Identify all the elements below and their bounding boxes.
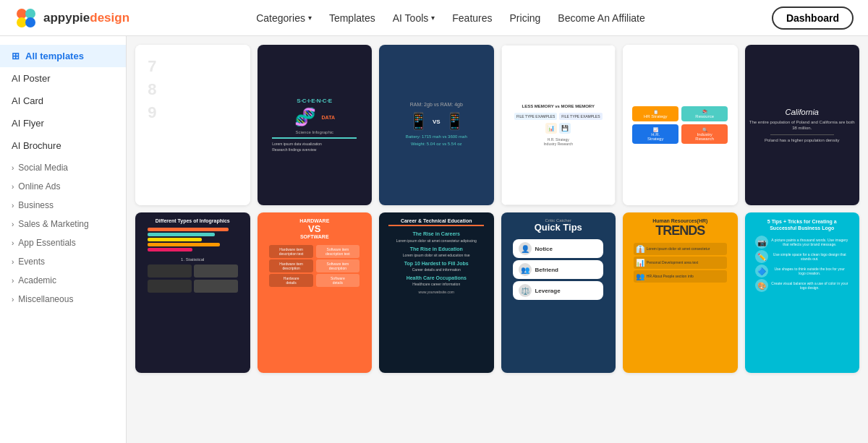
chevron-right-icon: › [12,258,14,266]
template-card-science[interactable]: S·C·I·E·N·C·E 🧬 DATA Science Infographic… [258,45,373,205]
chevron-right-icon: › [12,220,14,228]
leverage-label: Leverage [535,288,560,294]
card-preview: RAM: 2gb vs RAM: 4gb 📱 VS 📱 Battery: 171… [379,45,494,205]
logo[interactable]: appypiedesign [14,7,129,30]
main-layout: ⊞ All templates AI Poster AI Card AI Fly… [0,36,868,443]
chevron-right-icon: › [12,183,14,191]
template-card-strategy[interactable]: 📋HR Strategy 📚Resource 📈H.R.Strategy 🔍In… [623,45,738,205]
template-card-hardware-software[interactable]: HARDWARE VS SOFTWARE Hardware itemdescri… [258,212,373,373]
template-card-phone-comparison[interactable]: RAM: 2gb vs RAM: 4gb 📱 VS 📱 Battery: 171… [379,45,494,205]
sidebar-item-ai-poster[interactable]: AI Poster [0,67,126,90]
templates-content: 7 8 [127,36,868,443]
template-card-memory[interactable]: LESS MEMORY vs MORE MEMORY FILE TYPE EXA… [501,45,616,205]
template-card-hr-trends[interactable]: Human Resources(HR) TRENDS 👔 Lorem ipsum… [623,212,738,373]
template-card-numbered[interactable]: 7 8 [135,45,250,205]
logo-icon [14,7,38,30]
template-card-quick-tips[interactable]: Critic Catcher Quick Tips 👤 Notice 👥 Bef… [501,212,616,373]
templates-row-1: 7 8 [135,45,859,205]
card-preview: 📋HR Strategy 📚Resource 📈H.R.Strategy 🔍In… [623,45,738,205]
chevron-right-icon: › [12,164,14,172]
logo-text: appypiedesign [43,11,129,25]
sidebar-item-ai-flyer[interactable]: AI Flyer [0,112,126,134]
card-preview: HARDWARE VS SOFTWARE Hardware itemdescri… [258,212,373,373]
sidebar-item-all-templates[interactable]: ⊞ All templates [0,45,126,67]
svg-point-1 [25,9,35,19]
sidebar-item-ai-card[interactable]: AI Card [0,90,126,112]
nav-pricing[interactable]: Pricing [510,12,541,24]
card-preview: Critic Catcher Quick Tips 👤 Notice 👥 Bef… [501,212,616,373]
sidebar-item-social-media[interactable]: › Social Media [0,157,126,176]
sidebar-item-app-essentials[interactable]: › App Essentials [0,232,126,251]
template-card-infographic-types[interactable]: Different Types of Infographics 1. Stati… [135,212,250,373]
nav-affiliate[interactable]: Become An Affiliate [558,12,644,24]
sidebar-item-ai-brochure[interactable]: AI Brochure [0,134,126,157]
card-preview: Different Types of Infographics 1. Stati… [135,212,250,373]
sidebar-item-events[interactable]: › Events [0,251,126,270]
card-preview: Human Resources(HR) TRENDS 👔 Lorem ipsum… [623,212,738,373]
nav-templates[interactable]: Templates [329,12,375,24]
card-preview: S·C·I·E·N·C·E 🧬 DATA Science Infographic… [258,45,373,205]
svg-point-2 [17,17,27,27]
card-preview: 5 Tips + Tricks for Creating a Successfu… [745,212,860,373]
card-preview: Career & Technical Education The Rise in… [379,212,494,373]
befriend-label: Befriend [535,267,558,273]
nav-categories[interactable]: Categories ▾ [256,12,312,24]
nav-features[interactable]: Features [452,12,492,24]
svg-point-3 [25,17,35,27]
sidebar: ⊞ All templates AI Poster AI Card AI Fly… [0,36,127,443]
sidebar-item-business[interactable]: › Business [0,194,126,213]
notice-label: Notice [535,246,552,252]
sidebar-item-sales-marketing[interactable]: › Sales & Marketing [0,213,126,232]
sidebar-item-academic[interactable]: › Academic [0,270,126,288]
dashboard-button[interactable]: Dashboard [772,7,854,30]
grid-icon: ⊞ [12,51,20,61]
card-preview: 7 8 [135,45,250,205]
main-nav: Categories ▾ Templates AI Tools ▾ Featur… [256,12,644,24]
sidebar-item-online-ads[interactable]: › Online Ads [0,176,126,194]
card-preview: California The entire population of Pola… [745,45,860,205]
chevron-right-icon: › [12,202,14,210]
chevron-right-icon: › [12,277,14,285]
nav-ai-tools[interactable]: AI Tools ▾ [393,12,435,24]
chevron-right-icon: › [12,296,14,304]
sidebar-item-miscellaneous[interactable]: › Miscellaneous [0,288,126,307]
template-card-california[interactable]: California The entire population of Pola… [745,45,860,205]
card-preview: LESS MEMORY vs MORE MEMORY FILE TYPE EXA… [501,45,616,205]
chevron-down-icon: ▾ [431,14,435,22]
chevron-right-icon: › [12,239,14,247]
chevron-down-icon: ▾ [308,14,312,22]
svg-point-0 [17,9,27,19]
header: appypiedesign Categories ▾ Templates AI … [0,0,868,36]
template-card-business-logo[interactable]: 5 Tips + Tricks for Creating a Successfu… [745,212,860,373]
templates-row-2: Different Types of Infographics 1. Stati… [135,212,859,373]
template-card-career-education[interactable]: Career & Technical Education The Rise in… [379,212,494,373]
